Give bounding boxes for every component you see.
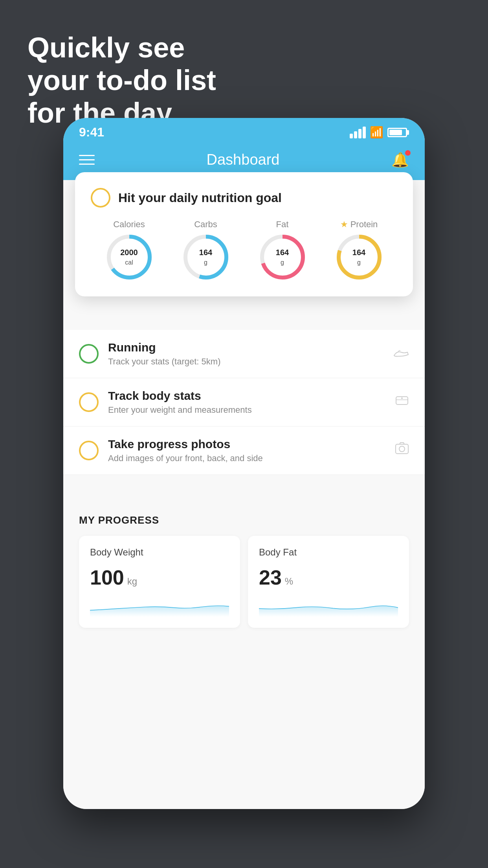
carbs-chart: 164g	[182, 234, 229, 281]
hero-line1: Quickly see	[28, 31, 216, 64]
body-stats-subtitle: Enter your weight and measurements	[108, 405, 385, 415]
status-bar: 9:41 📶	[63, 118, 425, 143]
battery-icon	[387, 128, 409, 137]
photos-subtitle: Add images of your front, back, and side	[108, 453, 385, 463]
photos-status-circle	[79, 441, 99, 460]
body-weight-value: 100	[90, 566, 124, 589]
phone-screen: 9:41 📶 Dashboard 🔔	[63, 118, 425, 809]
protein-chart: 164g	[336, 234, 383, 281]
body-fat-value-row: 23 %	[259, 566, 398, 589]
nutrition-fat: Fat 164g	[259, 219, 306, 281]
phone-mockup: 9:41 📶 Dashboard 🔔	[63, 118, 425, 809]
nutrition-carbs: Carbs 164g	[182, 219, 229, 281]
scale-icon	[395, 394, 409, 411]
body-fat-chart	[259, 597, 398, 617]
signal-icon	[350, 127, 366, 138]
hero-line2: your to-do list	[28, 64, 216, 97]
body-fat-unit: %	[285, 576, 293, 587]
calories-chart: 2000cal	[106, 234, 153, 281]
running-title: Running	[108, 341, 384, 354]
body-fat-label: Body Fat	[259, 547, 398, 558]
nutrition-card-title: Hit your daily nutrition goal	[118, 191, 282, 205]
running-content: Running Track your stats (target: 5km)	[108, 341, 384, 367]
photos-content: Take progress photos Add images of your …	[108, 438, 385, 463]
body-stats-title: Track body stats	[108, 389, 385, 403]
svg-point-12	[399, 446, 405, 452]
menu-button[interactable]	[79, 155, 95, 165]
running-subtitle: Track your stats (target: 5km)	[108, 357, 384, 367]
list-item[interactable]: Running Track your stats (target: 5km)	[63, 330, 425, 378]
notification-badge	[405, 150, 411, 156]
app-title: Dashboard	[207, 151, 280, 168]
body-fat-value: 23	[259, 566, 282, 589]
progress-grid: Body Weight 100 kg	[79, 536, 409, 628]
nutrition-card-header: Hit your daily nutrition goal	[91, 188, 397, 208]
photo-icon	[395, 442, 409, 460]
calories-label: Calories	[113, 219, 145, 230]
body-fat-card: Body Fat 23 %	[248, 536, 409, 628]
todo-list: Running Track your stats (target: 5km)	[63, 330, 425, 475]
body-weight-card: Body Weight 100 kg	[79, 536, 240, 628]
fat-chart: 164g	[259, 234, 306, 281]
progress-header: MY PROGRESS	[79, 514, 409, 526]
photos-title: Take progress photos	[108, 438, 385, 451]
status-icons: 📶	[350, 126, 409, 139]
app-content: THINGS TO DO TODAY Hit your daily nutrit…	[63, 180, 425, 809]
body-weight-unit: kg	[127, 576, 137, 587]
list-item[interactable]: Track body stats Enter your weight and m…	[63, 378, 425, 427]
protein-label: ★ Protein	[340, 219, 378, 230]
carbs-label: Carbs	[194, 219, 217, 230]
nutrition-calories: Calories 2000cal	[106, 219, 153, 281]
body-weight-chart	[90, 597, 229, 617]
body-stats-content: Track body stats Enter your weight and m…	[108, 389, 385, 415]
hero-text: Quickly see your to-do list for the day.	[28, 31, 216, 129]
notification-button[interactable]: 🔔	[391, 152, 409, 168]
body-weight-value-row: 100 kg	[90, 566, 229, 589]
nutrition-grid: Calories 2000cal Carbs	[91, 219, 397, 281]
body-weight-label: Body Weight	[90, 547, 229, 558]
nutrition-protein: ★ Protein 164g	[336, 219, 383, 281]
progress-section: MY PROGRESS Body Weight 100 kg	[63, 498, 425, 644]
running-status-circle	[79, 344, 99, 364]
svg-rect-11	[396, 444, 408, 454]
protein-star-icon: ★	[340, 219, 348, 230]
wifi-icon: 📶	[370, 126, 383, 139]
nutrition-status-circle[interactable]	[91, 188, 110, 208]
list-item[interactable]: Take progress photos Add images of your …	[63, 427, 425, 475]
shoe-icon	[393, 346, 409, 362]
nutrition-card: Hit your daily nutrition goal Calories 2…	[75, 172, 413, 296]
status-time: 9:41	[79, 125, 104, 140]
fat-label: Fat	[276, 219, 289, 230]
svg-point-10	[401, 397, 403, 399]
body-stats-status-circle	[79, 392, 99, 412]
